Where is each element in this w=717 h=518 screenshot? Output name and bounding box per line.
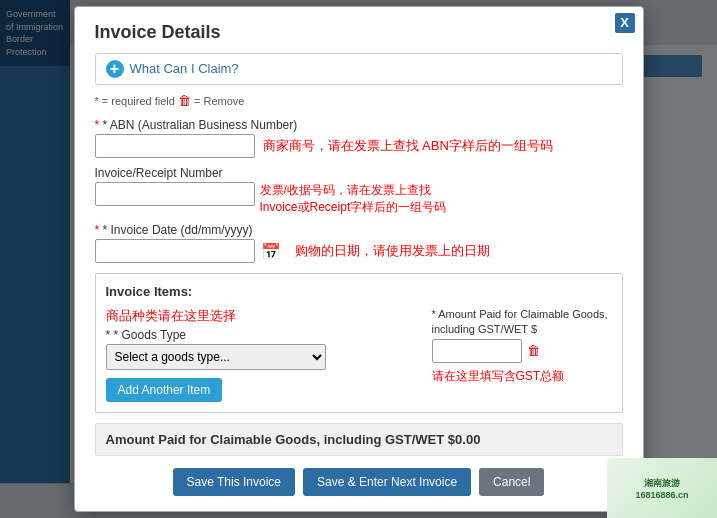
amount-trash-icon[interactable]: 🗑 <box>527 343 540 358</box>
amount-total-bar: Amount Paid for Claimable Goods, includi… <box>95 423 623 456</box>
cancel-button[interactable]: Cancel <box>479 468 544 496</box>
invoice-items-section: Invoice Items: 商品种类请在这里选择 * * Goods Type… <box>95 273 623 413</box>
add-another-item-button[interactable]: Add Another Item <box>106 378 223 402</box>
plus-icon: + <box>106 60 124 78</box>
modal-title: Invoice Details <box>95 22 623 43</box>
goods-type-select[interactable]: Select a goods type... <box>106 344 326 370</box>
items-left: 商品种类请在这里选择 * * Goods Type Select a goods… <box>106 307 417 402</box>
abn-label: * * ABN (Australian Business Number) <box>95 118 623 132</box>
abn-annotation: 商家商号，请在发票上查找 ABN字样后的一组号码 <box>263 137 553 155</box>
invoice-items-title: Invoice Items: <box>106 284 612 299</box>
save-enter-next-invoice-button[interactable]: Save & Enter Next Invoice <box>303 468 471 496</box>
amount-label: * Amount Paid for Claimable Goods, inclu… <box>432 307 612 336</box>
goods-type-label: * * Goods Type <box>106 328 417 342</box>
invoice-date-annotation: 购物的日期，请使用发票上的日期 <box>295 242 490 260</box>
trash-icon-note: 🗑 <box>178 93 191 108</box>
items-grid: 商品种类请在这里选择 * * Goods Type Select a goods… <box>106 307 612 402</box>
modal-overlay: X Invoice Details + What Can I Claim? * … <box>0 0 717 518</box>
invoice-number-input[interactable] <box>95 182 255 206</box>
abn-group: * * ABN (Australian Business Number) 商家商… <box>95 118 623 158</box>
what-can-i-claim-label: What Can I Claim? <box>130 61 239 76</box>
corner-logo: 湘南旅游 16816886.cn <box>607 458 717 518</box>
invoice-modal: X Invoice Details + What Can I Claim? * … <box>74 6 644 513</box>
invoice-number-group: Invoice/Receipt Number 发票/收据号码，请在发票上查找 I… <box>95 166 623 216</box>
goods-type-annotation: 商品种类请在这里选择 <box>106 307 417 325</box>
modal-footer: Save This Invoice Save & Enter Next Invo… <box>95 468 623 496</box>
invoice-date-label: * * Invoice Date (dd/mm/yyyy) <box>95 223 623 237</box>
calendar-icon[interactable]: 📅 <box>261 242 281 261</box>
amount-annotation: 请在这里填写含GST总额 <box>432 368 612 385</box>
invoice-date-group: * * Invoice Date (dd/mm/yyyy) 📅 购物的日期，请使… <box>95 223 623 263</box>
items-right: * Amount Paid for Claimable Goods, inclu… <box>432 307 612 385</box>
required-note: * = required field 🗑 = Remove <box>95 93 623 108</box>
amount-input[interactable] <box>432 339 522 363</box>
amount-row: 🗑 <box>432 339 612 363</box>
invoice-number-label: Invoice/Receipt Number <box>95 166 623 180</box>
abn-input[interactable] <box>95 134 255 158</box>
what-can-i-claim-section[interactable]: + What Can I Claim? <box>95 53 623 85</box>
date-row: 📅 购物的日期，请使用发票上的日期 <box>95 239 623 263</box>
invoice-number-annotation: 发票/收据号码，请在发票上查找 Invoice或Receipt字样后的一组号码 <box>260 182 447 216</box>
modal-close-button[interactable]: X <box>615 13 635 33</box>
save-this-invoice-button[interactable]: Save This Invoice <box>173 468 296 496</box>
invoice-date-input[interactable] <box>95 239 255 263</box>
